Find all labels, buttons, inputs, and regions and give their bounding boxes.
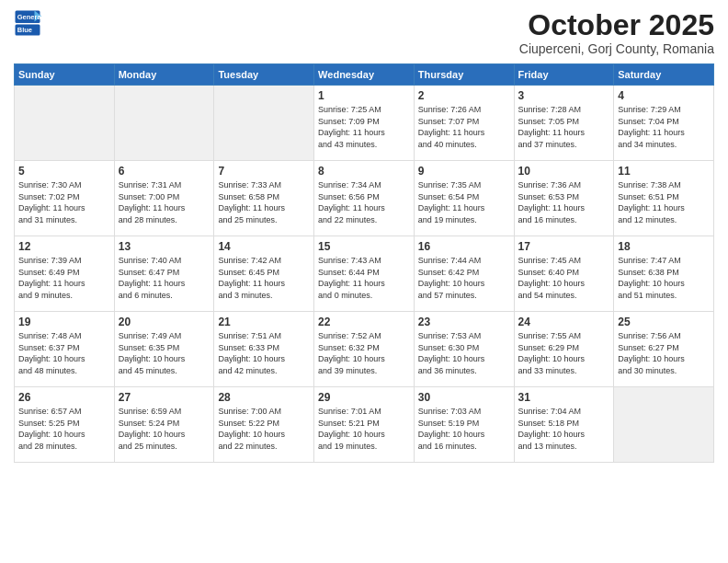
day-number: 27 [119,391,210,404]
day-number: 7 [218,165,310,178]
calendar-table: Sunday Monday Tuesday Wednesday Thursday… [14,63,714,463]
day-info: Sunrise: 7:39 AM Sunset: 6:49 PM Dayligh… [18,255,110,301]
day-number: 28 [218,391,310,404]
week-row-3: 12Sunrise: 7:39 AM Sunset: 6:49 PM Dayli… [15,236,714,312]
day-number: 22 [318,316,410,328]
day-info: Sunrise: 7:34 AM Sunset: 6:56 PM Dayligh… [318,179,410,225]
day-cell: 10Sunrise: 7:36 AM Sunset: 6:53 PM Dayli… [514,161,614,236]
day-number: 6 [119,165,210,178]
day-cell: 9Sunrise: 7:35 AM Sunset: 6:54 PM Daylig… [414,161,514,236]
day-info: Sunrise: 7:01 AM Sunset: 5:21 PM Dayligh… [318,406,410,452]
day-cell: 16Sunrise: 7:44 AM Sunset: 6:42 PM Dayli… [414,236,514,312]
day-info: Sunrise: 7:56 AM Sunset: 6:27 PM Dayligh… [618,330,710,376]
day-number: 2 [418,89,510,102]
svg-text:Blue: Blue [17,26,32,34]
week-row-1: 1Sunrise: 7:25 AM Sunset: 7:09 PM Daylig… [15,86,714,161]
day-cell: 28Sunrise: 7:00 AM Sunset: 5:22 PM Dayli… [214,387,314,463]
day-info: Sunrise: 7:48 AM Sunset: 6:37 PM Dayligh… [18,330,110,376]
day-info: Sunrise: 7:35 AM Sunset: 6:54 PM Dayligh… [418,179,510,225]
day-info: Sunrise: 7:30 AM Sunset: 7:02 PM Dayligh… [18,179,110,225]
week-row-2: 5Sunrise: 7:30 AM Sunset: 7:02 PM Daylig… [15,161,714,236]
day-cell: 12Sunrise: 7:39 AM Sunset: 6:49 PM Dayli… [15,236,115,312]
header-wednesday: Wednesday [314,64,415,86]
month-title: October 2025 [519,9,714,41]
location-title: Ciuperceni, Gorj County, Romania [519,41,714,56]
day-info: Sunrise: 7:38 AM Sunset: 6:51 PM Dayligh… [618,179,710,225]
day-cell: 2Sunrise: 7:26 AM Sunset: 7:07 PM Daylig… [414,86,514,161]
day-cell [214,86,314,161]
day-number: 24 [518,316,610,328]
title-block: October 2025 Ciuperceni, Gorj County, Ro… [519,9,714,56]
day-number: 14 [218,240,310,253]
day-info: Sunrise: 7:42 AM Sunset: 6:45 PM Dayligh… [218,255,310,301]
day-number: 1 [318,89,410,102]
day-info: Sunrise: 7:47 AM Sunset: 6:38 PM Dayligh… [618,255,710,301]
day-cell: 19Sunrise: 7:48 AM Sunset: 6:37 PM Dayli… [15,312,115,387]
day-cell: 14Sunrise: 7:42 AM Sunset: 6:45 PM Dayli… [214,236,314,312]
week-row-4: 19Sunrise: 7:48 AM Sunset: 6:37 PM Dayli… [15,312,714,387]
day-info: Sunrise: 7:29 AM Sunset: 7:04 PM Dayligh… [618,104,710,150]
day-cell: 20Sunrise: 7:49 AM Sunset: 6:35 PM Dayli… [114,312,214,387]
day-info: Sunrise: 7:52 AM Sunset: 6:32 PM Dayligh… [318,330,410,376]
day-info: Sunrise: 7:04 AM Sunset: 5:18 PM Dayligh… [518,406,610,452]
svg-text:General: General [17,13,41,21]
day-cell: 30Sunrise: 7:03 AM Sunset: 5:19 PM Dayli… [414,387,514,463]
day-cell [614,387,714,463]
day-number: 25 [618,316,710,328]
day-number: 23 [418,316,510,328]
day-number: 3 [518,89,610,102]
day-info: Sunrise: 7:40 AM Sunset: 6:47 PM Dayligh… [119,255,210,301]
day-info: Sunrise: 7:44 AM Sunset: 6:42 PM Dayligh… [418,255,510,301]
day-number: 8 [318,165,410,178]
day-number: 18 [618,240,710,253]
day-cell: 17Sunrise: 7:45 AM Sunset: 6:40 PM Dayli… [514,236,614,312]
day-cell: 23Sunrise: 7:53 AM Sunset: 6:30 PM Dayli… [414,312,514,387]
day-info: Sunrise: 6:57 AM Sunset: 5:25 PM Dayligh… [18,406,110,452]
day-info: Sunrise: 7:33 AM Sunset: 6:58 PM Dayligh… [218,179,310,225]
day-info: Sunrise: 7:00 AM Sunset: 5:22 PM Dayligh… [218,406,310,452]
day-cell: 22Sunrise: 7:52 AM Sunset: 6:32 PM Dayli… [314,312,415,387]
day-number: 20 [119,316,210,328]
day-cell: 18Sunrise: 7:47 AM Sunset: 6:38 PM Dayli… [614,236,714,312]
day-number: 21 [218,316,310,328]
day-number: 16 [418,240,510,253]
day-cell: 31Sunrise: 7:04 AM Sunset: 5:18 PM Dayli… [514,387,614,463]
header-friday: Friday [514,64,614,86]
day-number: 11 [618,165,710,178]
day-info: Sunrise: 7:49 AM Sunset: 6:35 PM Dayligh… [119,330,210,376]
day-number: 10 [518,165,610,178]
header-tuesday: Tuesday [214,64,314,86]
header-monday: Monday [114,64,214,86]
day-number: 29 [318,391,410,404]
day-info: Sunrise: 7:43 AM Sunset: 6:44 PM Dayligh… [318,255,410,301]
day-cell: 21Sunrise: 7:51 AM Sunset: 6:33 PM Dayli… [214,312,314,387]
day-info: Sunrise: 7:31 AM Sunset: 7:00 PM Dayligh… [119,179,210,225]
page-container: General Blue October 2025 Ciuperceni, Go… [0,0,728,563]
day-cell: 13Sunrise: 7:40 AM Sunset: 6:47 PM Dayli… [114,236,214,312]
day-cell: 6Sunrise: 7:31 AM Sunset: 7:00 PM Daylig… [114,161,214,236]
day-info: Sunrise: 7:36 AM Sunset: 6:53 PM Dayligh… [518,179,610,225]
header-thursday: Thursday [414,64,514,86]
day-cell: 7Sunrise: 7:33 AM Sunset: 6:58 PM Daylig… [214,161,314,236]
day-cell: 11Sunrise: 7:38 AM Sunset: 6:51 PM Dayli… [614,161,714,236]
day-cell: 24Sunrise: 7:55 AM Sunset: 6:29 PM Dayli… [514,312,614,387]
day-info: Sunrise: 6:59 AM Sunset: 5:24 PM Dayligh… [119,406,210,452]
day-cell: 27Sunrise: 6:59 AM Sunset: 5:24 PM Dayli… [114,387,214,463]
day-cell: 25Sunrise: 7:56 AM Sunset: 6:27 PM Dayli… [614,312,714,387]
day-info: Sunrise: 7:55 AM Sunset: 6:29 PM Dayligh… [518,330,610,376]
day-number: 4 [618,89,710,102]
week-row-5: 26Sunrise: 6:57 AM Sunset: 5:25 PM Dayli… [15,387,714,463]
day-info: Sunrise: 7:25 AM Sunset: 7:09 PM Dayligh… [318,104,410,150]
day-cell: 8Sunrise: 7:34 AM Sunset: 6:56 PM Daylig… [314,161,415,236]
logo: General Blue [14,9,41,37]
day-cell: 1Sunrise: 7:25 AM Sunset: 7:09 PM Daylig… [314,86,415,161]
day-number: 15 [318,240,410,253]
day-number: 31 [518,391,610,404]
day-number: 30 [418,391,510,404]
day-number: 17 [518,240,610,253]
day-cell: 26Sunrise: 6:57 AM Sunset: 5:25 PM Dayli… [15,387,115,463]
header-sunday: Sunday [15,64,115,86]
day-cell [114,86,214,161]
day-cell [15,86,115,161]
day-number: 19 [18,316,110,328]
